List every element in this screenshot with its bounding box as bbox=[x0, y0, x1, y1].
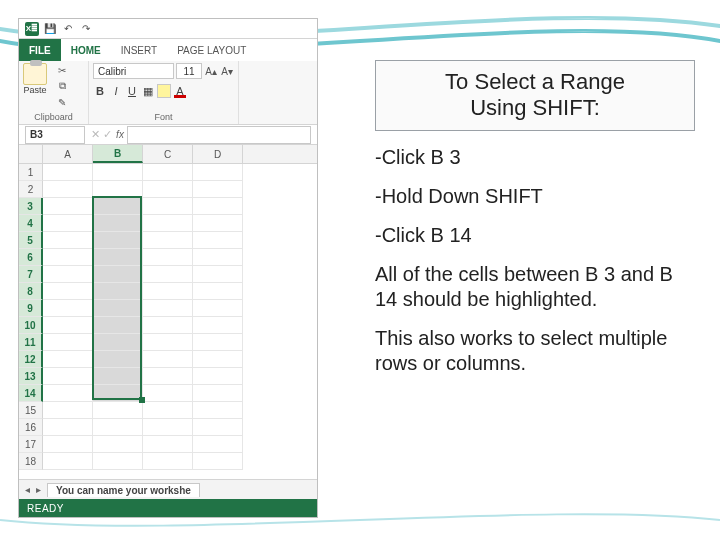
cell-C13[interactable] bbox=[143, 368, 193, 385]
cell-A8[interactable] bbox=[43, 283, 93, 300]
cell-C17[interactable] bbox=[143, 436, 193, 453]
cell-C5[interactable] bbox=[143, 232, 193, 249]
cell-C3[interactable] bbox=[143, 198, 193, 215]
cell-C9[interactable] bbox=[143, 300, 193, 317]
row-header-7[interactable]: 7 bbox=[19, 266, 43, 283]
tab-home[interactable]: HOME bbox=[61, 39, 111, 61]
spreadsheet-grid[interactable]: ABCD123456789101112131415161718 bbox=[19, 145, 317, 470]
cell-A14[interactable] bbox=[43, 385, 93, 402]
cell-A7[interactable] bbox=[43, 266, 93, 283]
cell-C6[interactable] bbox=[143, 249, 193, 266]
cell-B15[interactable] bbox=[93, 402, 143, 419]
italic-button[interactable]: I bbox=[109, 83, 123, 99]
row-header-12[interactable]: 12 bbox=[19, 351, 43, 368]
cell-D4[interactable] bbox=[193, 215, 243, 232]
cell-D5[interactable] bbox=[193, 232, 243, 249]
decrease-font-icon[interactable]: A▾ bbox=[220, 64, 234, 78]
row-header-9[interactable]: 9 bbox=[19, 300, 43, 317]
cell-D2[interactable] bbox=[193, 181, 243, 198]
cell-C15[interactable] bbox=[143, 402, 193, 419]
cell-A4[interactable] bbox=[43, 215, 93, 232]
copy-icon[interactable]: ⧉ bbox=[55, 79, 69, 93]
cell-A13[interactable] bbox=[43, 368, 93, 385]
undo-icon[interactable]: ↶ bbox=[61, 22, 75, 36]
cell-A3[interactable] bbox=[43, 198, 93, 215]
formula-bar[interactable] bbox=[127, 126, 311, 144]
cell-B2[interactable] bbox=[93, 181, 143, 198]
sheet-tab[interactable]: You can name your workshe bbox=[47, 483, 200, 497]
row-header-18[interactable]: 18 bbox=[19, 453, 43, 470]
cell-D11[interactable] bbox=[193, 334, 243, 351]
cell-D13[interactable] bbox=[193, 368, 243, 385]
cell-B17[interactable] bbox=[93, 436, 143, 453]
row-header-4[interactable]: 4 bbox=[19, 215, 43, 232]
cell-A1[interactable] bbox=[43, 164, 93, 181]
increase-font-icon[interactable]: A▴ bbox=[204, 64, 218, 78]
font-color-icon[interactable]: A bbox=[173, 83, 187, 99]
row-header-2[interactable]: 2 bbox=[19, 181, 43, 198]
cell-B12[interactable] bbox=[93, 351, 143, 368]
cell-B11[interactable] bbox=[93, 334, 143, 351]
selection-handle[interactable] bbox=[139, 397, 145, 403]
cell-A10[interactable] bbox=[43, 317, 93, 334]
cell-B6[interactable] bbox=[93, 249, 143, 266]
row-header-5[interactable]: 5 bbox=[19, 232, 43, 249]
row-header-11[interactable]: 11 bbox=[19, 334, 43, 351]
cell-A18[interactable] bbox=[43, 453, 93, 470]
tab-page-layout[interactable]: PAGE LAYOUT bbox=[167, 39, 256, 61]
row-header-8[interactable]: 8 bbox=[19, 283, 43, 300]
cell-C12[interactable] bbox=[143, 351, 193, 368]
cell-C10[interactable] bbox=[143, 317, 193, 334]
cell-B18[interactable] bbox=[93, 453, 143, 470]
enter-formula-icon[interactable]: ✓ bbox=[101, 128, 113, 141]
cell-B10[interactable] bbox=[93, 317, 143, 334]
border-icon[interactable]: ▦ bbox=[141, 83, 155, 99]
cell-D15[interactable] bbox=[193, 402, 243, 419]
cell-B3[interactable] bbox=[93, 198, 143, 215]
cell-D12[interactable] bbox=[193, 351, 243, 368]
sheet-nav-prev-icon[interactable]: ◂ bbox=[25, 484, 30, 495]
cancel-formula-icon[interactable]: ✕ bbox=[89, 128, 101, 141]
fx-icon[interactable]: fx bbox=[113, 126, 127, 144]
column-header-C[interactable]: C bbox=[143, 145, 193, 163]
cell-D3[interactable] bbox=[193, 198, 243, 215]
cell-B4[interactable] bbox=[93, 215, 143, 232]
fill-color-icon[interactable] bbox=[157, 84, 171, 98]
row-header-13[interactable]: 13 bbox=[19, 368, 43, 385]
column-header-D[interactable]: D bbox=[193, 145, 243, 163]
cell-A5[interactable] bbox=[43, 232, 93, 249]
underline-button[interactable]: U bbox=[125, 83, 139, 99]
cell-D9[interactable] bbox=[193, 300, 243, 317]
cell-A12[interactable] bbox=[43, 351, 93, 368]
font-size-select[interactable]: 11 bbox=[176, 63, 202, 79]
cell-C11[interactable] bbox=[143, 334, 193, 351]
cell-A9[interactable] bbox=[43, 300, 93, 317]
cell-D8[interactable] bbox=[193, 283, 243, 300]
row-header-1[interactable]: 1 bbox=[19, 164, 43, 181]
row-header-14[interactable]: 14 bbox=[19, 385, 43, 402]
cell-C16[interactable] bbox=[143, 419, 193, 436]
tab-insert[interactable]: INSERT bbox=[111, 39, 168, 61]
cell-B1[interactable] bbox=[93, 164, 143, 181]
cell-A17[interactable] bbox=[43, 436, 93, 453]
cell-B16[interactable] bbox=[93, 419, 143, 436]
select-all-corner[interactable] bbox=[19, 145, 43, 163]
font-name-select[interactable]: Calibri bbox=[93, 63, 174, 79]
cell-C8[interactable] bbox=[143, 283, 193, 300]
cell-B8[interactable] bbox=[93, 283, 143, 300]
cell-B5[interactable] bbox=[93, 232, 143, 249]
column-header-B[interactable]: B bbox=[93, 145, 143, 163]
cell-B14[interactable] bbox=[93, 385, 143, 402]
cell-C4[interactable] bbox=[143, 215, 193, 232]
name-box[interactable]: B3 bbox=[25, 126, 85, 144]
sheet-nav-next-icon[interactable]: ▸ bbox=[36, 484, 41, 495]
cell-B7[interactable] bbox=[93, 266, 143, 283]
cell-D17[interactable] bbox=[193, 436, 243, 453]
cell-B9[interactable] bbox=[93, 300, 143, 317]
cell-D1[interactable] bbox=[193, 164, 243, 181]
cell-A16[interactable] bbox=[43, 419, 93, 436]
row-header-16[interactable]: 16 bbox=[19, 419, 43, 436]
cell-D18[interactable] bbox=[193, 453, 243, 470]
row-header-6[interactable]: 6 bbox=[19, 249, 43, 266]
row-header-15[interactable]: 15 bbox=[19, 402, 43, 419]
